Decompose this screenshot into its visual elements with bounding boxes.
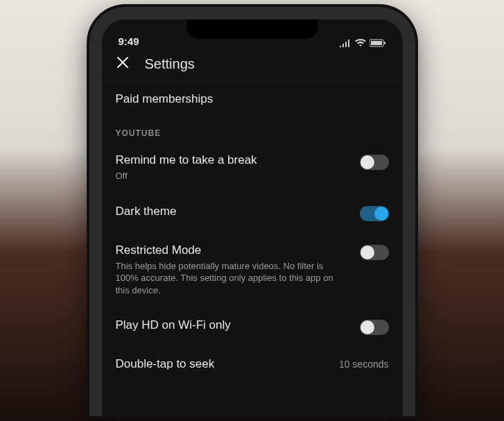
row-paid-memberships[interactable]: Paid memberships xyxy=(102,82,403,116)
row-value: Off xyxy=(116,170,338,182)
row-dark-theme[interactable]: Dark theme xyxy=(102,194,403,232)
cellular-icon xyxy=(339,39,351,47)
row-label: Dark theme xyxy=(116,205,350,218)
row-label: Double-tap to seek xyxy=(116,357,215,371)
svg-rect-1 xyxy=(371,41,382,45)
row-remind-break[interactable]: Remind me to take a break Off xyxy=(102,142,403,194)
screen: 9:49 Settings P xyxy=(102,19,403,416)
section-header-youtube: YOUTUBE xyxy=(102,116,403,142)
toggle-hd-wifi[interactable] xyxy=(360,320,389,335)
row-label: Play HD on Wi-Fi only xyxy=(116,318,350,332)
row-value: 10 seconds xyxy=(339,359,389,370)
row-restricted-mode[interactable]: Restricted Mode This helps hide potentia… xyxy=(102,232,403,308)
toggle-restricted-mode[interactable] xyxy=(360,245,389,260)
phone-frame: 9:49 Settings P xyxy=(89,7,415,416)
page-title: Settings xyxy=(145,56,195,72)
toggle-dark-theme[interactable] xyxy=(360,206,389,221)
wifi-icon xyxy=(355,39,366,47)
header: Settings xyxy=(102,49,403,82)
svg-rect-2 xyxy=(384,42,385,44)
toggle-remind-break[interactable] xyxy=(360,155,389,170)
row-hd-wifi[interactable]: Play HD on Wi-Fi only xyxy=(102,307,403,346)
row-label: Restricted Mode xyxy=(116,243,350,257)
battery-icon xyxy=(370,39,386,47)
phone-notch xyxy=(186,18,318,39)
row-description: This helps hide potentially mature video… xyxy=(116,260,338,297)
status-time: 9:49 xyxy=(119,35,181,47)
row-double-tap-seek[interactable]: Double-tap to seek 10 seconds xyxy=(102,346,403,382)
status-icons xyxy=(339,39,386,47)
close-button[interactable] xyxy=(113,54,132,74)
close-icon xyxy=(116,56,129,72)
row-label: Paid memberships xyxy=(116,92,389,106)
row-label: Remind me to take a break xyxy=(116,153,350,167)
